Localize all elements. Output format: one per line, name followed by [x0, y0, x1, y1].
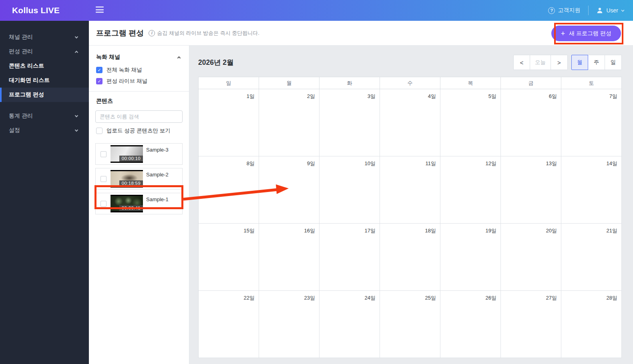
calendar-day-cell[interactable]: 26일 — [440, 291, 501, 358]
support-link[interactable]: ? 고객지원 — [548, 7, 580, 14]
user-label: User — [606, 7, 618, 14]
video-thumbnail: 00:00:41 — [111, 195, 143, 212]
calendar-day-cell[interactable]: 10일 — [320, 156, 380, 224]
filter-panel: 녹화 채널 ✓ 전체 녹화 채널 ✓ 편성 라이브 채널 콘텐츠 업로드 성공 … — [89, 46, 189, 364]
day-label: 28일 — [607, 295, 617, 301]
calendar-day-cell[interactable]: 4일 — [380, 89, 440, 156]
checkbox-unchecked[interactable] — [96, 128, 102, 134]
page-notice: 숨김 채널의 라이브 방송은 즉시 중단됩니다. — [157, 30, 259, 37]
user-menu[interactable]: User — [597, 7, 624, 14]
checkbox-unchecked[interactable] — [100, 201, 107, 207]
calendar-day-cell[interactable]: 17일 — [320, 224, 380, 291]
chevron-down-icon — [621, 8, 625, 12]
filter-option-upload-success[interactable]: 업로드 성공 콘텐츠만 보기 — [96, 127, 182, 134]
support-label: 고객지원 — [558, 7, 580, 14]
checkbox-unchecked[interactable] — [100, 151, 107, 157]
content-card-sample-2[interactable]: 00:18:59 Sample-2 — [95, 168, 183, 190]
topbar-right: ? 고객지원 User — [548, 0, 624, 21]
next-month-button[interactable]: > — [551, 55, 568, 70]
calendar-day-cell[interactable]: 11일 — [380, 156, 440, 224]
calendar-day-cell[interactable]: 13일 — [501, 156, 561, 224]
sidebar-item-schedule-mgmt[interactable]: 편성 관리 — [0, 44, 89, 59]
weekday-label: 수 — [380, 77, 440, 89]
view-month-button[interactable]: 월 — [571, 55, 588, 70]
chevron-down-icon — [75, 128, 78, 131]
calendar-day-cell[interactable]: 7일 — [561, 89, 622, 156]
day-label: 12일 — [486, 160, 496, 166]
calendar-week-row: 8일 9일 10일 11일 12일 13일 14일 — [199, 156, 622, 224]
filter-option-all-record[interactable]: ✓ 전체 녹화 채널 — [96, 66, 182, 74]
sidebar-item-label: 콘텐츠 리스트 — [9, 62, 44, 70]
content-card-sample-1[interactable]: 00:00:41 Sample-1 — [95, 193, 183, 214]
calendar-day-cell[interactable]: 8일 — [199, 156, 259, 224]
weekday-label: 목 — [440, 77, 501, 89]
calendar-day-cell[interactable]: 23일 — [259, 291, 320, 358]
calendar-day-cell[interactable]: 1일 — [199, 89, 259, 156]
view-day-button[interactable]: 일 — [605, 55, 622, 70]
info-icon: i — [149, 30, 155, 36]
calendar-week-row: 22일 23일 24일 25일 26일 27일 28일 — [199, 291, 622, 358]
calendar-day-cell[interactable]: 25일 — [380, 291, 440, 358]
chevron-down-icon — [75, 114, 78, 117]
content-title-label: Sample-1 — [146, 196, 169, 202]
user-icon — [597, 7, 603, 14]
new-program-button[interactable]: + 새 프로그램 편성 — [551, 26, 621, 41]
day-label: 10일 — [365, 160, 376, 166]
sidebar-item-channel-mgmt[interactable]: 채널 관리 — [0, 30, 89, 44]
day-label: 13일 — [546, 160, 557, 166]
weekday-label: 화 — [320, 77, 380, 89]
day-label: 11일 — [426, 160, 436, 166]
day-label: 2일 — [307, 93, 315, 99]
app-logo: Kollus LIVE — [12, 6, 60, 15]
day-label: 18일 — [425, 228, 436, 234]
calendar-title: 2026년 2월 — [198, 58, 234, 67]
today-button[interactable]: 오늘 — [530, 55, 551, 70]
sidebar-item-standby-list[interactable]: 대기화면 리스트 — [0, 73, 89, 88]
calendar-day-cell-target[interactable]: 9일 — [259, 156, 320, 224]
calendar-day-cell[interactable]: 6일 — [501, 89, 561, 156]
sidebar-item-label: 통계 관리 — [9, 112, 33, 120]
sidebar-item-label: 설정 — [9, 127, 20, 134]
record-channel-section-header[interactable]: 녹화 채널 — [96, 54, 182, 61]
day-label: 20일 — [546, 228, 557, 234]
video-thumbnail: 00:18:59 — [111, 170, 143, 188]
checkbox-unchecked[interactable] — [100, 176, 107, 182]
day-label: 15일 — [244, 228, 255, 234]
day-label: 9일 — [307, 160, 315, 166]
day-label: 4일 — [428, 93, 436, 99]
topbar-divider — [588, 6, 589, 15]
calendar-day-cell[interactable]: 24일 — [320, 291, 380, 358]
filter-option-label: 전체 녹화 채널 — [107, 66, 142, 74]
page-title: 프로그램 편성 — [96, 28, 144, 38]
calendar-day-cell[interactable]: 21일 — [561, 224, 622, 291]
sidebar-item-program-schedule[interactable]: 프로그램 편성 — [0, 88, 89, 102]
content-card-sample-3[interactable]: 00:00:10 Sample-3 — [95, 143, 183, 165]
filter-option-live-channel[interactable]: ✓ 편성 라이브 채널 — [96, 78, 182, 85]
hamburger-menu-icon[interactable] — [96, 6, 104, 14]
calendar-day-cell[interactable]: 20일 — [501, 224, 561, 291]
calendar-day-cell[interactable]: 22일 — [199, 291, 259, 358]
day-label: 17일 — [365, 228, 376, 234]
sidebar-item-content-list[interactable]: 콘텐츠 리스트 — [0, 59, 89, 73]
calendar-day-cell[interactable]: 27일 — [501, 291, 561, 358]
day-label: 5일 — [488, 93, 496, 99]
checkbox-checked[interactable]: ✓ — [96, 67, 102, 73]
topbar: Kollus LIVE ? 고객지원 User — [0, 0, 633, 21]
calendar-day-cell[interactable]: 2일 — [259, 89, 320, 156]
calendar-day-cell[interactable]: 18일 — [380, 224, 440, 291]
sidebar-item-stats-mgmt[interactable]: 통계 관리 — [0, 109, 89, 123]
checkbox-checked[interactable]: ✓ — [96, 78, 102, 84]
calendar-day-cell[interactable]: 28일 — [561, 291, 622, 358]
content-search-input[interactable] — [95, 110, 183, 123]
calendar-day-cell[interactable]: 16일 — [259, 224, 320, 291]
weekday-header-row: 일 월 화 수 목 금 토 — [199, 77, 622, 89]
sidebar-item-settings[interactable]: 설정 — [0, 123, 89, 138]
calendar-day-cell[interactable]: 15일 — [199, 224, 259, 291]
calendar-day-cell[interactable]: 19일 — [440, 224, 501, 291]
prev-month-button[interactable]: < — [513, 55, 530, 70]
calendar-day-cell[interactable]: 12일 — [440, 156, 501, 224]
calendar-day-cell[interactable]: 14일 — [561, 156, 622, 224]
view-week-button[interactable]: 주 — [588, 55, 605, 70]
calendar-day-cell[interactable]: 3일 — [320, 89, 380, 156]
calendar-day-cell[interactable]: 5일 — [440, 89, 501, 156]
